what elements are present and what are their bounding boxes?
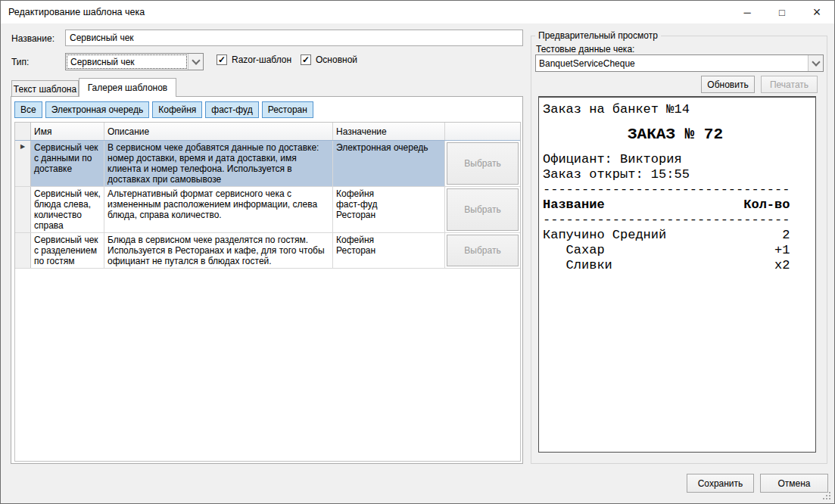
table-row[interactable]: Сервисный чек с разделением по гостям Бл… <box>15 233 520 269</box>
minimize-button[interactable]: ─ <box>730 1 765 23</box>
row-selector-cell[interactable] <box>15 187 31 232</box>
template-description-cell: Блюда в сервисном чеке разделятся по гос… <box>104 233 333 268</box>
name-label: Название: <box>11 33 55 44</box>
template-name-cell: Сервисный чек, блюда слева, количество с… <box>31 187 104 232</box>
titlebar-buttons: ─ □ × <box>730 1 834 23</box>
template-description-cell: В сервисном чеке добавятся данные по дос… <box>104 141 333 186</box>
receipt-columns-header: Название Кол-во <box>543 198 815 213</box>
type-combobox[interactable]: Сервисный чек <box>65 53 204 70</box>
chevron-down-icon <box>192 56 200 64</box>
receipt-info-lines: Официант: Виктория Заказ открыт: 15:55 <box>543 152 815 182</box>
templates-table: Имя Описание Назначение ▶ Сервисный чек … <box>14 122 521 462</box>
tab-template-gallery[interactable]: Галерея шаблонов <box>79 78 176 97</box>
tab-label: Галерея шаблонов <box>88 82 167 93</box>
receipt-banquet-line: Заказ на банкет №14 <box>543 102 815 117</box>
column-header-name[interactable]: Имя <box>31 123 104 140</box>
template-purpose-cell: Электронная очередь <box>333 141 445 186</box>
table-row[interactable]: Сервисный чек, блюда слева, количество с… <box>15 187 520 233</box>
test-data-dropdown-button[interactable] <box>808 55 823 71</box>
filter-equeue-button[interactable]: Электронная очередь <box>45 101 150 118</box>
main-template-checkbox-label: Основной <box>316 54 357 65</box>
resize-grip[interactable] <box>821 490 830 499</box>
receipt-separator: -------------------------------- <box>543 182 815 198</box>
type-combobox-dropdown-button[interactable] <box>188 54 203 70</box>
receipt-separator: -------------------------------- <box>543 213 815 228</box>
save-button[interactable]: Сохранить <box>687 474 754 493</box>
select-template-button[interactable]: Выбрать <box>447 235 519 266</box>
minimize-icon: ─ <box>743 7 750 18</box>
preview-group-label: Предварительный просмотр <box>535 30 661 41</box>
close-button[interactable]: × <box>799 1 834 23</box>
select-template-button[interactable]: Выбрать <box>447 188 519 231</box>
print-button[interactable]: Печатать <box>761 76 818 93</box>
current-row-arrow-icon: ▶ <box>20 144 25 186</box>
table-header-row: Имя Описание Назначение <box>15 123 520 141</box>
filter-all-button[interactable]: Все <box>14 101 42 118</box>
type-combobox-value: Сервисный чек <box>67 54 187 69</box>
test-data-combobox[interactable]: BanquetServiceCheque <box>535 54 824 72</box>
template-description-cell: Альтернативный формат сервисного чека с … <box>104 187 333 232</box>
razor-template-checkbox-label: Razor-шаблон <box>232 54 291 65</box>
razor-template-checkbox[interactable]: ✓ Razor-шаблон <box>217 54 291 65</box>
template-name-cell: Сервисный чек с разделением по гостям <box>31 233 104 268</box>
chevron-down-icon <box>812 58 820 66</box>
refresh-button[interactable]: Обновить <box>701 76 755 93</box>
template-purpose-cell: Кофейня Ресторан <box>333 233 445 268</box>
tab-label: Текст шаблона <box>14 84 76 95</box>
filter-restaurant-button[interactable]: Ресторан <box>262 101 313 118</box>
row-selector-cell[interactable]: ▶ <box>15 141 31 186</box>
test-data-combobox-value: BanquetServiceCheque <box>536 55 808 71</box>
filter-coffee-button[interactable]: Кофейня <box>152 101 202 118</box>
column-header-description[interactable]: Описание <box>104 123 333 140</box>
titlebar[interactable]: Редактирование шаблона чека ─ □ × <box>1 1 834 23</box>
filter-fastfood-button[interactable]: фаст-фуд <box>205 101 258 118</box>
resize-grip-dots-icon <box>829 498 830 499</box>
test-data-label: Тестовые данные чека: <box>536 44 634 54</box>
receipt-order-title: ЗАКАЗ № 72 <box>543 125 808 145</box>
template-action-cell: Выбрать <box>445 233 520 268</box>
tab-template-text[interactable]: Текст шаблона <box>11 80 79 97</box>
cancel-button[interactable]: Отмена <box>760 474 828 493</box>
window-title: Редактирование шаблона чека <box>8 7 145 17</box>
column-header-actions <box>445 123 520 140</box>
gallery-filter-bar: Все Электронная очередь Кофейня фаст-фуд… <box>14 101 313 118</box>
column-header-purpose[interactable]: Назначение <box>333 123 445 140</box>
template-action-cell: Выбрать <box>445 187 520 232</box>
maximize-button[interactable]: □ <box>765 1 799 23</box>
row-selector-header-cell <box>15 123 31 140</box>
template-purpose-cell: Кофейня фаст-фуд Ресторан <box>333 187 445 232</box>
table-row[interactable]: ▶ Сервисный чек с данными по доставке В … <box>15 141 520 187</box>
maximize-icon: □ <box>779 7 785 18</box>
type-label: Тип: <box>11 57 29 67</box>
template-action-cell: Выбрать <box>445 141 520 186</box>
row-selector-cell[interactable] <box>15 233 31 268</box>
receipt-preview: Заказ на банкет №14 ЗАКАЗ № 72 Официант:… <box>538 96 816 453</box>
template-gallery-panel: Все Электронная очередь Кофейня фаст-фуд… <box>11 96 523 464</box>
template-name-input[interactable] <box>65 30 523 46</box>
checkbox-check-icon: ✓ <box>301 54 311 65</box>
checkbox-check-icon: ✓ <box>217 54 227 65</box>
edit-cheque-template-dialog: Редактирование шаблона чека ─ □ × Назван… <box>0 0 835 504</box>
close-icon: × <box>813 8 821 16</box>
receipt-item-lines: Капучино Средний 2 Сахар +1 Сливки x2 <box>543 228 815 273</box>
main-template-checkbox[interactable]: ✓ Основной <box>301 54 357 65</box>
template-name-cell: Сервисный чек с данными по доставке <box>31 141 104 186</box>
select-template-button[interactable]: Выбрать <box>447 142 519 185</box>
